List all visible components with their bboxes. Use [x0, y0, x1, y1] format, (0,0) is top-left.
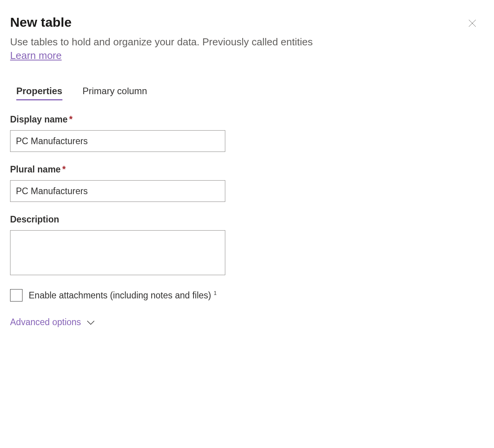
panel-title: New table	[10, 15, 484, 30]
required-mark: *	[69, 114, 73, 124]
enable-attachments-label[interactable]: Enable attachments (including notes and …	[29, 290, 217, 301]
close-button[interactable]	[467, 18, 478, 29]
enable-attachments-checkbox[interactable]	[10, 289, 22, 302]
tabs-container: Properties Primary column	[10, 86, 484, 100]
advanced-options-button[interactable]: Advanced options	[10, 317, 95, 327]
display-name-label: Display name*	[10, 114, 484, 125]
required-mark: *	[62, 164, 66, 174]
learn-more-link[interactable]: Learn more	[10, 50, 62, 62]
description-input[interactable]	[10, 230, 225, 275]
tab-properties[interactable]: Properties	[16, 86, 62, 100]
description-label: Description	[10, 214, 484, 225]
plural-name-group: Plural name*	[10, 164, 484, 202]
tab-primary-column[interactable]: Primary column	[83, 86, 147, 100]
close-icon	[468, 19, 477, 28]
display-name-input[interactable]	[10, 130, 225, 152]
plural-name-label: Plural name*	[10, 164, 484, 175]
plural-name-input[interactable]	[10, 180, 225, 202]
enable-attachments-row: Enable attachments (including notes and …	[10, 289, 484, 302]
display-name-group: Display name*	[10, 114, 484, 152]
description-group: Description	[10, 214, 484, 277]
footnote-marker: 1	[214, 290, 217, 296]
chevron-down-icon	[86, 320, 95, 325]
panel-subtitle: Use tables to hold and organize your dat…	[10, 35, 484, 49]
